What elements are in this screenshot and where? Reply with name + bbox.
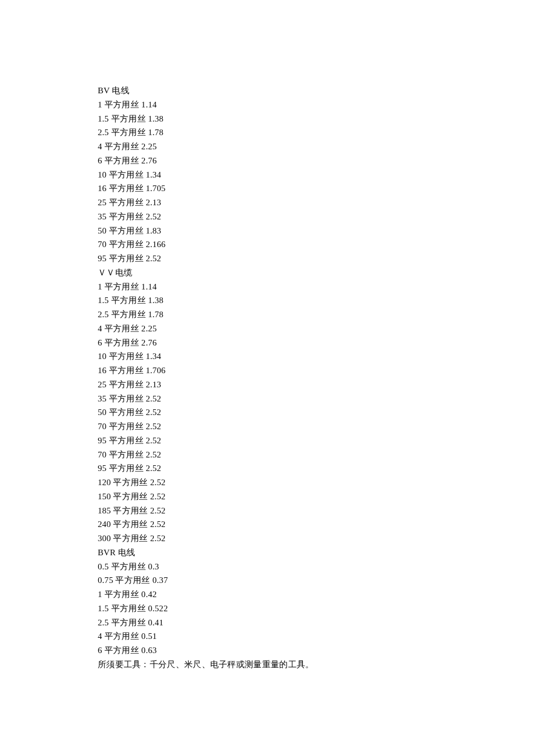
spec-line: 2.5 平方用丝 1.78 <box>98 126 534 140</box>
spec-line: 150 平方用丝 2.52 <box>98 490 534 504</box>
spec-line: 35 平方用丝 2.52 <box>98 392 534 406</box>
spec-line: 1.5 平方用丝 1.38 <box>98 112 534 126</box>
tools-note: 所须要工具：千分尺、米尺、电子秤或测量重量的工具。 <box>98 658 534 672</box>
spec-line: 6 平方用丝 2.76 <box>98 154 534 168</box>
spec-line: 50 平方用丝 1.83 <box>98 224 534 238</box>
spec-line: 1.5 平方用丝 1.38 <box>98 293 534 308</box>
spec-line: 0.5 平方用丝 0.3 <box>98 560 534 574</box>
spec-line: 95 平方用丝 2.52 <box>98 252 534 266</box>
spec-line: 2.5 平方用丝 1.78 <box>98 308 534 322</box>
spec-line: 300 平方用丝 2.52 <box>98 532 534 546</box>
spec-line: 240 平方用丝 2.52 <box>98 517 534 532</box>
spec-line: 1 平方用丝 0.42 <box>98 587 534 602</box>
spec-line: 16 平方用丝 1.706 <box>98 364 534 378</box>
spec-line: 120 平方用丝 2.52 <box>98 476 534 490</box>
spec-line: 10 平方用丝 1.34 <box>98 168 534 182</box>
spec-line: 1 平方用丝 1.14 <box>98 98 534 112</box>
spec-line: 95 平方用丝 2.52 <box>98 434 534 448</box>
spec-line: 16 平方用丝 1.705 <box>98 182 534 196</box>
spec-line: 6 平方用丝 2.76 <box>98 336 534 350</box>
section-heading-bv: BV 电线 <box>98 84 534 98</box>
document-body: BV 电线 1 平方用丝 1.14 1.5 平方用丝 1.38 2.5 平方用丝… <box>98 84 534 672</box>
spec-line: 1 平方用丝 1.14 <box>98 280 534 294</box>
spec-line: 95 平方用丝 2.52 <box>98 461 534 476</box>
spec-line: 1.5 平方用丝 0.522 <box>98 602 534 616</box>
spec-line: 35 平方用丝 2.52 <box>98 210 534 224</box>
spec-line: 2.5 平方用丝 0.41 <box>98 616 534 630</box>
spec-line: 6 平方用丝 0.63 <box>98 643 534 658</box>
spec-line: 4 平方用丝 2.25 <box>98 322 534 336</box>
spec-line: 185 平方用丝 2.52 <box>98 504 534 518</box>
spec-line: 70 平方用丝 2.52 <box>98 420 534 434</box>
spec-line: 70 平方用丝 2.166 <box>98 237 534 252</box>
spec-line: 25 平方用丝 2.13 <box>98 378 534 392</box>
spec-line: 25 平方用丝 2.13 <box>98 196 534 210</box>
spec-line: 10 平方用丝 1.34 <box>98 349 534 364</box>
spec-line: 50 平方用丝 2.52 <box>98 405 534 420</box>
section-heading-vv: ＶＶ电缆 <box>98 266 534 280</box>
spec-line: 0.75 平方用丝 0.37 <box>98 573 534 587</box>
section-heading-bvr: BVR 电线 <box>98 546 534 560</box>
spec-line: 4 平方用丝 0.51 <box>98 629 534 643</box>
spec-line: 4 平方用丝 2.25 <box>98 140 534 154</box>
spec-line: 70 平方用丝 2.52 <box>98 448 534 462</box>
